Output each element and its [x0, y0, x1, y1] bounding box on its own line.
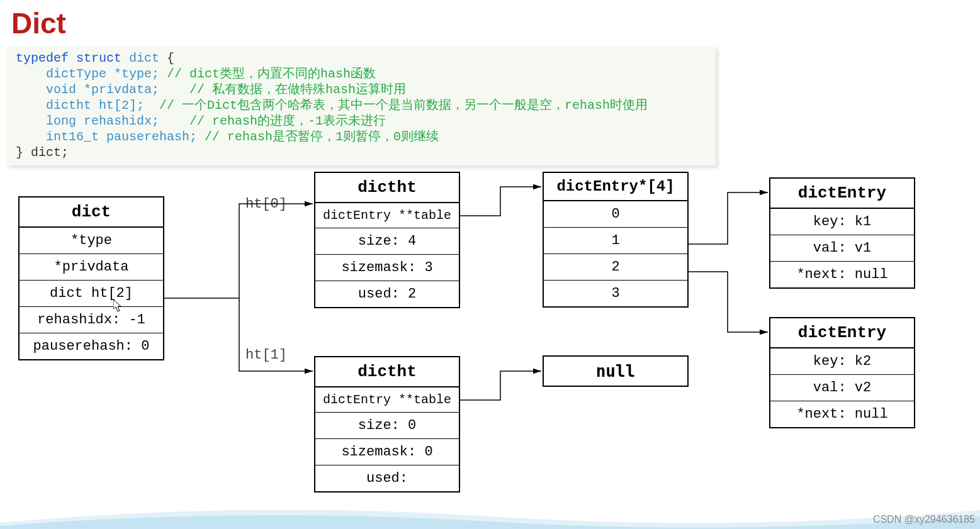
arrow-dictht0-to-array — [459, 187, 541, 216]
dict-row-privdata: *privdata — [20, 254, 163, 281]
dictht0-row-sizemask: sizemask: 3 — [315, 255, 459, 281]
dict-box: dict *type *privdata dict ht[2] rehashid… — [18, 196, 164, 360]
code-l5-type: long rehashidx; — [16, 114, 159, 128]
dictht1-row-used: used: — [315, 465, 459, 491]
arrow-dict-to-dictht0 — [239, 204, 313, 298]
array-head: dictEntry*[4] — [544, 173, 687, 201]
code-block: typedef struct dict { dictType *type; //… — [7, 47, 716, 165]
entry2-row-next: *next: null — [770, 401, 914, 427]
dictht0-head: dictht — [315, 173, 459, 203]
dictht0-row-size: size: 4 — [315, 228, 459, 255]
code-l1-tail: { — [159, 51, 174, 65]
dict-row-rehashidx: rehashidx: -1 — [20, 307, 163, 333]
entry1-row-key: key: k1 — [770, 209, 914, 235]
array-row-1: 1 — [544, 228, 687, 254]
null-box: null — [543, 355, 689, 387]
dictht0-row-used: used: 2 — [315, 281, 459, 307]
dict-head: dict — [20, 198, 163, 228]
arrow-slot2-to-entry2 — [687, 272, 768, 332]
wave-decoration — [0, 498, 980, 529]
dictht1-row-sizemask: sizemask: 0 — [315, 439, 459, 465]
dictht0-box: dictht dictEntry **table size: 4 sizemas… — [314, 172, 460, 308]
entry1-row-next: *next: null — [770, 262, 914, 287]
dictht1-row-table: dictEntry **table — [315, 387, 459, 413]
page-title: Dict — [11, 6, 66, 40]
arrow-dictht1-to-null — [459, 371, 541, 400]
code-l5-comment: // rehash的进度，-1表示未进行 — [159, 114, 386, 128]
null-head: null — [544, 357, 687, 386]
kw-struct: struct — [76, 51, 121, 65]
array-box: dictEntry*[4] 0 1 2 3 — [543, 172, 689, 308]
entry2-row-val: val: v2 — [770, 375, 914, 401]
entry2-head: dictEntry — [770, 318, 914, 348]
code-l2-comment: // dict类型，内置不同的hash函数 — [159, 67, 376, 81]
watermark: CSDN @xy294636185 — [873, 514, 975, 525]
entry1-row-val: val: v1 — [770, 235, 914, 262]
label-ht0: ht[0] — [245, 196, 287, 212]
label-ht1: ht[1] — [245, 347, 287, 363]
entry2-row-key: key: k2 — [770, 348, 914, 375]
dict-row-ht: dict ht[2] — [20, 281, 163, 307]
code-l2-type: dictType *type; — [16, 67, 159, 81]
dict-row-type: *type — [20, 228, 163, 254]
dictht1-row-size: size: 0 — [315, 413, 459, 439]
code-l3-type: void *privdata; — [16, 82, 159, 97]
array-row-0: 0 — [544, 201, 687, 228]
dictht1-head: dictht — [315, 357, 459, 387]
code-l4-type: dictht ht[2]; — [16, 98, 144, 113]
array-row-2: 2 — [544, 254, 687, 281]
entry1-head: dictEntry — [770, 179, 914, 209]
array-row-3: 3 — [544, 281, 687, 306]
id-dict: dict — [129, 51, 159, 65]
entry2-box: dictEntry key: k2 val: v2 *next: null — [769, 317, 915, 428]
code-l3-comment: // 私有数据，在做特殊hash运算时用 — [159, 82, 406, 97]
code-l6-type: int16_t pauserehash; — [16, 130, 197, 144]
entry1-box: dictEntry key: k1 val: v1 *next: null — [769, 177, 915, 289]
dictht1-box: dictht dictEntry **table size: 0 sizemas… — [314, 356, 460, 493]
code-l4-comment: // 一个Dict包含两个哈希表，其中一个是当前数据，另一个一般是空，rehas… — [144, 98, 648, 113]
kw-typedef: typedef — [16, 51, 69, 65]
dict-row-pauserehash: pauserehash: 0 — [20, 333, 163, 359]
code-l6-comment: // rehash是否暂停，1则暂停，0则继续 — [197, 130, 439, 144]
dictht0-row-table: dictEntry **table — [315, 203, 459, 228]
code-l7: } dict; — [16, 145, 69, 160]
arrow-slot1-to-entry1 — [687, 192, 768, 244]
